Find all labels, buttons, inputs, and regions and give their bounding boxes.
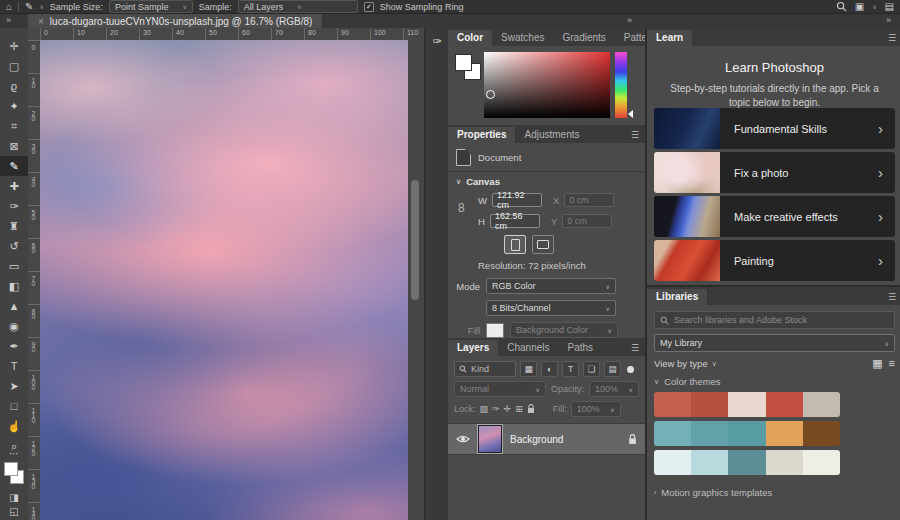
tab-adjustments[interactable]: Adjustments: [515, 127, 588, 143]
tool-gradient[interactable]: ◧: [0, 276, 28, 296]
learn-item-painting[interactable]: Painting ›: [654, 240, 895, 281]
color-theme-swatch[interactable]: [691, 392, 728, 417]
sample-size-dropdown[interactable]: Point Sample ∨: [109, 0, 193, 13]
tab-gradients[interactable]: Gradients: [553, 30, 614, 46]
tool-lasso[interactable]: ϱ: [0, 76, 28, 96]
toolbar-collapse-icon[interactable]: »: [6, 15, 11, 25]
hue-slider-marker[interactable]: [628, 110, 633, 118]
tool-move[interactable]: ✛: [0, 36, 28, 56]
tool-dodge[interactable]: ◉: [0, 316, 28, 336]
tool-eraser[interactable]: ▭: [0, 256, 28, 276]
color-spectrum-field[interactable]: [484, 52, 610, 118]
tool-clone-stamp[interactable]: ♜: [0, 216, 28, 236]
bit-depth-dropdown[interactable]: 8 Bits/Channel ∨: [486, 300, 616, 316]
tab-properties[interactable]: Properties: [448, 127, 515, 143]
tool-history-brush[interactable]: ↺: [0, 236, 28, 256]
tool-eyedropper[interactable]: ✎: [0, 156, 28, 176]
motion-graphics-section-header[interactable]: › Motion graphics templates: [654, 487, 895, 498]
tool-path-selection[interactable]: ➤: [0, 376, 28, 396]
layer-thumbnail[interactable]: [478, 425, 502, 453]
tool-shape[interactable]: □: [0, 396, 28, 416]
foreground-color-swatch[interactable]: [4, 462, 18, 476]
tool-pen[interactable]: ✒: [0, 336, 28, 356]
color-theme-swatch[interactable]: [766, 421, 803, 446]
color-panel-fgbg-swatches[interactable]: [455, 54, 481, 80]
grid-view-icon[interactable]: ▦: [872, 357, 882, 370]
dock-collapse-icon[interactable]: »: [627, 15, 632, 25]
tool-preset-chevron-icon[interactable]: ∨: [39, 3, 43, 10]
color-theme-swatch[interactable]: [654, 450, 691, 475]
tab-paths[interactable]: Paths: [559, 340, 603, 356]
color-mode-dropdown[interactable]: RGB Color ∨: [486, 278, 616, 294]
search-icon[interactable]: [836, 1, 847, 12]
tab-learn[interactable]: Learn: [647, 30, 692, 46]
color-theme-swatch[interactable]: [766, 392, 803, 417]
tool-healing-brush[interactable]: ✚: [0, 176, 28, 196]
document-tab[interactable]: × luca-dugaro-tuueCVnYN0s-unsplash.jpg @…: [28, 14, 322, 28]
dock-collapse-icon[interactable]: »: [886, 15, 891, 25]
home-icon[interactable]: ⌂: [6, 2, 12, 12]
view-by-type-label[interactable]: View by type: [654, 358, 708, 369]
filter-adjustment-layers-icon[interactable]: ◐: [541, 361, 558, 377]
workspace-switcher-icon[interactable]: ▣: [855, 2, 864, 12]
collapsed-panel-icon[interactable]: ✑: [429, 33, 445, 49]
color-spectrum-cursor[interactable]: [486, 90, 495, 99]
color-theme-row[interactable]: [654, 421, 840, 446]
filter-pixel-layers-icon[interactable]: ▦: [520, 361, 537, 377]
color-theme-swatch[interactable]: [654, 392, 691, 417]
height-field[interactable]: 162.56 cm: [490, 214, 540, 228]
layer-visibility-eye-icon[interactable]: [456, 434, 470, 444]
tab-libraries[interactable]: Libraries: [647, 289, 707, 305]
landscape-orientation-button[interactable]: [532, 235, 554, 254]
edit-toolbar-icon[interactable]: ⋯: [0, 448, 28, 459]
tab-layers[interactable]: Layers: [448, 340, 498, 356]
color-theme-swatch[interactable]: [803, 421, 840, 446]
learn-item-fix-a-photo[interactable]: Fix a photo ›: [654, 152, 895, 193]
color-theme-swatch[interactable]: [691, 421, 728, 446]
canvas-image[interactable]: [40, 40, 408, 520]
tool-magic-wand[interactable]: ✦: [0, 96, 28, 116]
layer-name[interactable]: Background: [510, 434, 563, 445]
color-theme-swatch[interactable]: [691, 450, 728, 475]
tool-blur[interactable]: ▲: [0, 296, 28, 316]
layer-row-background[interactable]: Background: [448, 423, 645, 455]
color-theme-swatch[interactable]: [728, 392, 765, 417]
tab-channels[interactable]: Channels: [498, 340, 558, 356]
color-theme-row[interactable]: [654, 392, 840, 417]
tab-color[interactable]: Color: [448, 30, 492, 46]
lock-artboard-icon[interactable]: ⊞: [515, 404, 523, 414]
screen-mode-icon[interactable]: ◱: [0, 506, 28, 517]
list-view-icon[interactable]: ≡: [889, 357, 895, 370]
tab-close-icon[interactable]: ×: [38, 16, 44, 27]
color-theme-swatch[interactable]: [728, 450, 765, 475]
tab-swatches[interactable]: Swatches: [492, 30, 553, 46]
tool-hand[interactable]: ☝: [0, 416, 28, 436]
color-theme-swatch[interactable]: [654, 421, 691, 446]
panel-options-icon[interactable]: ▤: [885, 2, 894, 12]
color-theme-swatch[interactable]: [728, 421, 765, 446]
foreground-background-swatches[interactable]: [4, 462, 24, 484]
color-theme-row[interactable]: [654, 450, 840, 475]
filter-toggle-icon[interactable]: [627, 366, 634, 373]
link-dimensions-icon[interactable]: 8: [458, 201, 465, 215]
color-theme-swatch[interactable]: [803, 392, 840, 417]
color-themes-section-header[interactable]: ∨ Color themes: [654, 376, 895, 387]
libraries-search-input[interactable]: Search libraries and Adobe Stock: [654, 311, 895, 329]
layer-filter-kind-dropdown[interactable]: Kind: [454, 361, 516, 377]
color-theme-swatch[interactable]: [766, 450, 803, 475]
show-sampling-ring-checkbox[interactable]: ✓: [364, 2, 374, 12]
vertical-scrollbar[interactable]: [411, 180, 419, 300]
filter-shape-layers-icon[interactable]: ❏: [583, 361, 600, 377]
eyedropper-tool-icon[interactable]: ✎: [25, 2, 33, 12]
tool-type[interactable]: T: [0, 356, 28, 376]
width-field[interactable]: 121.92 cm: [492, 193, 542, 207]
foreground-color-swatch[interactable]: [455, 54, 472, 71]
lock-position-icon[interactable]: ✛: [504, 404, 512, 414]
filter-type-layers-icon[interactable]: T: [562, 361, 579, 377]
lock-all-icon[interactable]: [527, 404, 535, 414]
library-dropdown[interactable]: My Library ∨: [654, 334, 895, 352]
panel-menu-icon[interactable]: ☰: [882, 33, 900, 46]
quick-mask-icon[interactable]: ◨: [0, 492, 28, 503]
panel-menu-icon[interactable]: ☰: [625, 130, 645, 143]
tool-crop[interactable]: ⌗: [0, 116, 28, 136]
